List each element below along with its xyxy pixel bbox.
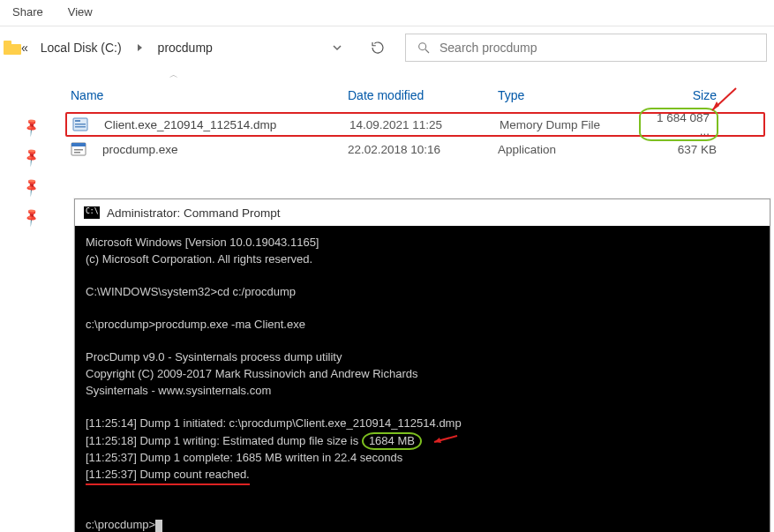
col-type[interactable]: Type bbox=[498, 88, 637, 102]
search-icon bbox=[417, 41, 431, 55]
annotation-arrow bbox=[705, 84, 740, 119]
table-row[interactable]: Client.exe_210914_112514.dmp 14.09.2021 … bbox=[65, 112, 765, 137]
svg-rect-3 bbox=[75, 120, 80, 122]
refresh-button[interactable] bbox=[361, 35, 393, 60]
terminal-output[interactable]: Microsoft Windows [Version 10.0.19043.11… bbox=[75, 226, 770, 532]
refresh-icon bbox=[370, 40, 386, 56]
breadcrumb-disk[interactable]: Local Disk (C:) bbox=[41, 41, 122, 55]
pin-icon[interactable]: 📌 bbox=[20, 116, 41, 137]
svg-line-1 bbox=[425, 49, 429, 53]
quick-access-sidebar: 📌 📌 📌 📌 bbox=[0, 69, 62, 224]
address-bar-row: « Local Disk (C:) procdump Search procdu… bbox=[0, 26, 774, 69]
file-date: 22.02.2018 10:16 bbox=[348, 143, 498, 156]
command-prompt-titlebar[interactable]: Administrator: Command Prompt bbox=[75, 199, 770, 226]
search-placeholder: Search procdump bbox=[440, 41, 537, 55]
search-input[interactable]: Search procdump bbox=[405, 34, 767, 62]
file-type: Application bbox=[498, 143, 637, 156]
breadcrumb-prefix: « bbox=[21, 41, 28, 55]
exe-file-icon bbox=[71, 141, 86, 157]
folder-icon bbox=[4, 41, 21, 55]
breadcrumb[interactable]: « Local Disk (C:) procdump bbox=[4, 34, 349, 62]
col-name[interactable]: Name bbox=[65, 88, 348, 102]
chevron-down-icon bbox=[333, 43, 342, 52]
sort-indicator: ︿ bbox=[65, 69, 765, 81]
terminal-icon bbox=[84, 206, 100, 219]
svg-rect-5 bbox=[75, 126, 86, 128]
cursor bbox=[155, 520, 162, 532]
svg-marker-11 bbox=[712, 101, 719, 110]
address-dropdown[interactable] bbox=[326, 39, 349, 56]
file-name: procdump.exe bbox=[102, 143, 178, 156]
svg-marker-13 bbox=[434, 438, 441, 443]
chevron-right-icon bbox=[138, 44, 142, 51]
ribbon-tab-view[interactable]: View bbox=[68, 5, 93, 19]
pin-icon[interactable]: 📌 bbox=[20, 176, 41, 197]
svg-rect-8 bbox=[74, 149, 83, 151]
file-size: 637 KB bbox=[637, 143, 717, 156]
dump-file-icon bbox=[72, 116, 88, 132]
file-date: 14.09.2021 11:25 bbox=[349, 118, 500, 131]
annotation-arrow bbox=[429, 433, 459, 450]
file-name: Client.exe_210914_112514.dmp bbox=[104, 118, 276, 131]
ribbon-tab-share[interactable]: Share bbox=[12, 5, 43, 19]
svg-rect-7 bbox=[71, 143, 86, 146]
svg-point-0 bbox=[419, 43, 426, 50]
pin-icon[interactable]: 📌 bbox=[20, 206, 41, 227]
svg-rect-9 bbox=[74, 152, 80, 154]
highlighted-size: 1684 MB bbox=[362, 432, 422, 450]
pin-icon[interactable]: 📌 bbox=[20, 146, 41, 167]
command-prompt-window: Administrator: Command Prompt Microsoft … bbox=[74, 199, 770, 532]
col-date[interactable]: Date modified bbox=[348, 88, 498, 102]
breadcrumb-folder[interactable]: procdump bbox=[158, 41, 213, 55]
ribbon: Share View bbox=[0, 0, 774, 26]
svg-rect-4 bbox=[75, 124, 86, 125]
window-title: Administrator: Command Prompt bbox=[107, 206, 281, 220]
annotation-underline: [11:25:37] Dump count reached. bbox=[86, 467, 250, 485]
file-type: Memory Dump File bbox=[500, 118, 639, 131]
